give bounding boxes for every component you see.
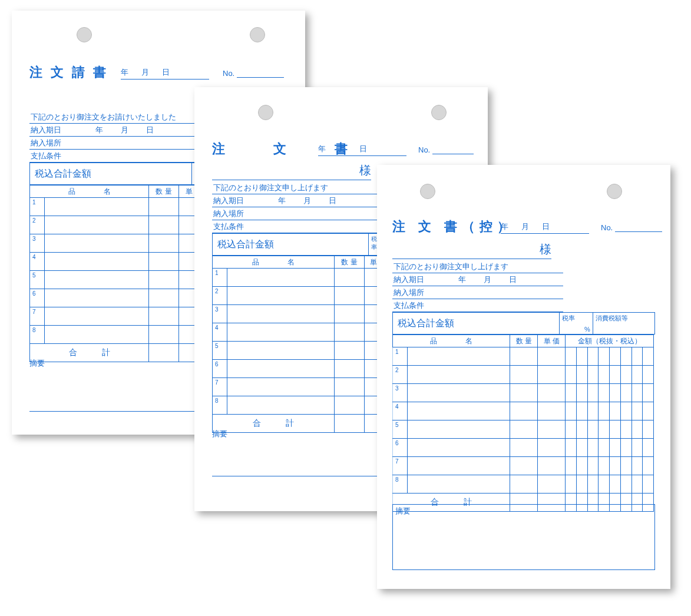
month-label: 月 [339, 144, 346, 154]
no-label: No. [418, 145, 430, 154]
total-amount-box: 税込合計金額 税率 [29, 163, 210, 185]
date-field[interactable]: 年 月 日 [501, 220, 589, 234]
payment-terms-row[interactable]: 支払条件 [212, 220, 377, 233]
delivery-place-row[interactable]: 納入場所 [392, 286, 563, 299]
info-block: 下記のとおり御注文をお請けいたしました 納入期日 年 月 日 納入場所 支払条件 [29, 111, 200, 163]
number-field[interactable]: No. [418, 143, 474, 154]
table-row: 1 [30, 198, 209, 216]
info-block: 下記のとおり御注文申し上げます 納入期日 年 月 日 納入場所 支払条件 [392, 260, 563, 312]
table-row: 4 [393, 402, 654, 420]
table-row: 6 [213, 360, 383, 378]
tax-amount-label: 消費税額等 [596, 314, 628, 322]
remarks-label: 摘要 [393, 505, 654, 518]
year-label: 年 [318, 144, 326, 154]
delivery-date-row[interactable]: 納入期日 年 月 日 [392, 273, 563, 286]
delivery-date-label: 納入期日 [31, 125, 72, 135]
table-row: 2 [30, 216, 209, 234]
punch-hole-icon [431, 105, 447, 120]
order-form-copy: 注 文 書（控） 年 月 日 No. 様 下記のとおり御注文申し上げます 納入期… [377, 165, 670, 589]
tax-rate-cell: 税率 % [560, 313, 593, 334]
percent-label: % [584, 326, 590, 333]
remarks-label: 摘要 [212, 429, 377, 439]
table-row: 4 [213, 323, 383, 342]
table-row: 8 [393, 475, 654, 494]
no-label: No. [601, 223, 613, 232]
table-row: 2 [393, 366, 654, 384]
delivery-place-row[interactable]: 納入場所 [212, 207, 377, 220]
col-unit: 単 価 [538, 335, 566, 347]
col-qty: 数 量 [149, 186, 179, 198]
punch-hole-icon [607, 184, 622, 199]
delivery-date-row[interactable]: 納入期日 年 月 日 [29, 124, 200, 137]
no-label: No. [223, 69, 234, 78]
total-amount-box: 税込合計金額 税率 % 消費税額等 [392, 312, 655, 335]
items-table: 品 名 数 量 単 1 2 3 4 5 6 7 8 合 計 [212, 256, 383, 433]
delivery-date-label: 納入期日 [213, 196, 254, 206]
payment-terms-label: 支払条件 [213, 221, 254, 232]
punch-hole-icon [258, 105, 273, 120]
tax-amount-cell: 消費税額等 [593, 313, 654, 334]
col-qty: 数 量 [510, 335, 538, 347]
col-item: 品 名 [213, 256, 335, 269]
month-label: 月 [141, 67, 149, 78]
form-title: 注文請書 [29, 64, 114, 81]
table-row: 2 [213, 287, 383, 305]
year-label: 年 [501, 221, 508, 232]
recipient-line[interactable]: 様 [212, 163, 371, 180]
table-row: 7 [30, 307, 209, 326]
sama-label: 様 [540, 243, 551, 256]
remarks-box[interactable]: 摘要 [392, 504, 655, 570]
recipient-line[interactable]: 様 [392, 241, 551, 259]
punch-hole-icon [420, 184, 435, 199]
delivery-place-label: 納入場所 [213, 208, 254, 219]
date-field[interactable]: 年 月 日 [318, 143, 406, 156]
table-row: 5 [213, 342, 383, 360]
total-label: 税込合計金額 [393, 313, 560, 334]
table-row: 3 [393, 384, 654, 402]
table-row: 6 [30, 289, 209, 307]
table-row: 5 [393, 420, 654, 439]
delivery-place-label: 納入場所 [31, 138, 72, 148]
day-label: 日 [359, 144, 367, 154]
intro-text: 下記のとおり御注文申し上げます [212, 181, 377, 194]
number-field[interactable]: No. [223, 66, 284, 78]
intro-text: 下記のとおり御注文をお請けいたしました [29, 111, 200, 124]
table-row: 4 [30, 253, 209, 271]
col-item: 品 名 [393, 335, 510, 347]
day-label: 日 [162, 67, 170, 78]
number-field[interactable]: No. [601, 220, 662, 232]
rule-line [212, 476, 377, 476]
info-block: 下記のとおり御注文申し上げます 納入期日 年 月 日 納入場所 支払条件 [212, 181, 377, 233]
table-row: 7 [393, 457, 654, 475]
col-qty: 数 量 [335, 256, 365, 269]
items-table: 品 名 数 量 単 価 1 2 3 4 5 6 7 8 合 計 [29, 185, 209, 362]
total-amount-box: 税込合計金額 税率 [212, 233, 384, 256]
total-label: 税込合計金額 [30, 163, 192, 184]
payment-terms-row[interactable]: 支払条件 [29, 150, 200, 163]
payment-terms-row[interactable]: 支払条件 [392, 299, 563, 312]
tax-rate-label: 税率 [562, 314, 575, 322]
intro-text: 下記のとおり御注文申し上げます [392, 260, 563, 273]
date-field[interactable]: 年 月 日 [121, 66, 209, 80]
delivery-date-row[interactable]: 納入期日 年 月 日 [212, 194, 377, 207]
total-label: 税込合計金額 [213, 234, 369, 255]
table-row: 3 [213, 305, 383, 323]
form-title: 注 文 書（控） [392, 218, 515, 236]
table-row: 5 [30, 271, 209, 289]
table-row: 8 [30, 326, 209, 344]
payment-terms-label: 支払条件 [394, 300, 435, 311]
remarks-label: 摘要 [29, 358, 200, 369]
rule-line [29, 411, 206, 412]
delivery-date-label: 納入期日 [394, 274, 435, 285]
col-amount: 金額（税抜・税込） [566, 335, 654, 347]
day-label: 日 [542, 221, 550, 232]
table-row: 7 [213, 378, 383, 396]
delivery-place-row[interactable]: 納入場所 [29, 137, 200, 150]
col-item: 品 名 [30, 186, 149, 198]
tax-rate-label: 税率 [371, 236, 377, 250]
sama-label: 様 [359, 164, 371, 177]
year-label: 年 [121, 67, 128, 78]
delivery-place-label: 納入場所 [394, 287, 435, 298]
month-label: 月 [521, 221, 529, 232]
payment-terms-label: 支払条件 [31, 151, 72, 161]
